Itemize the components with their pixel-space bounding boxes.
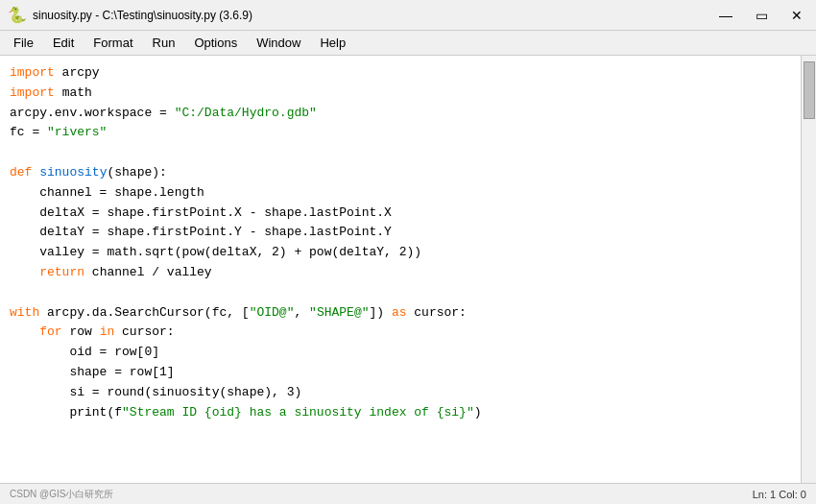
window-title: sinuosity.py - C:\Testing\sinuosity.py (…: [33, 9, 252, 22]
cursor-position: Ln: 1 Col: 0: [753, 489, 806, 500]
minimize-button[interactable]: —: [713, 8, 738, 23]
menu-edit[interactable]: Edit: [43, 34, 84, 52]
menu-options[interactable]: Options: [184, 34, 247, 52]
menu-window[interactable]: Window: [247, 34, 310, 52]
app-icon: 🐍: [8, 6, 27, 25]
menu-bar: File Edit Format Run Options Window Help: [0, 31, 816, 56]
maximize-button[interactable]: ▭: [750, 8, 774, 23]
vertical-scrollbar[interactable]: [801, 56, 816, 483]
watermark: CSDN @GIS小白研究所: [10, 488, 753, 501]
menu-run[interactable]: Run: [143, 34, 185, 52]
code-editor[interactable]: import arcpy import math arcpy.env.works…: [0, 56, 801, 483]
status-bar: CSDN @GIS小白研究所 Ln: 1 Col: 0: [0, 483, 816, 504]
menu-format[interactable]: Format: [84, 34, 142, 52]
menu-help[interactable]: Help: [310, 34, 355, 52]
scroll-thumb[interactable]: [804, 61, 815, 119]
close-button[interactable]: ✕: [785, 8, 808, 23]
menu-file[interactable]: File: [4, 34, 43, 52]
title-bar-left: 🐍 sinuosity.py - C:\Testing\sinuosity.py…: [8, 6, 252, 25]
editor-container: import arcpy import math arcpy.env.works…: [0, 56, 816, 483]
window-controls: — ▭ ✕: [713, 8, 808, 23]
title-bar: 🐍 sinuosity.py - C:\Testing\sinuosity.py…: [0, 0, 816, 31]
